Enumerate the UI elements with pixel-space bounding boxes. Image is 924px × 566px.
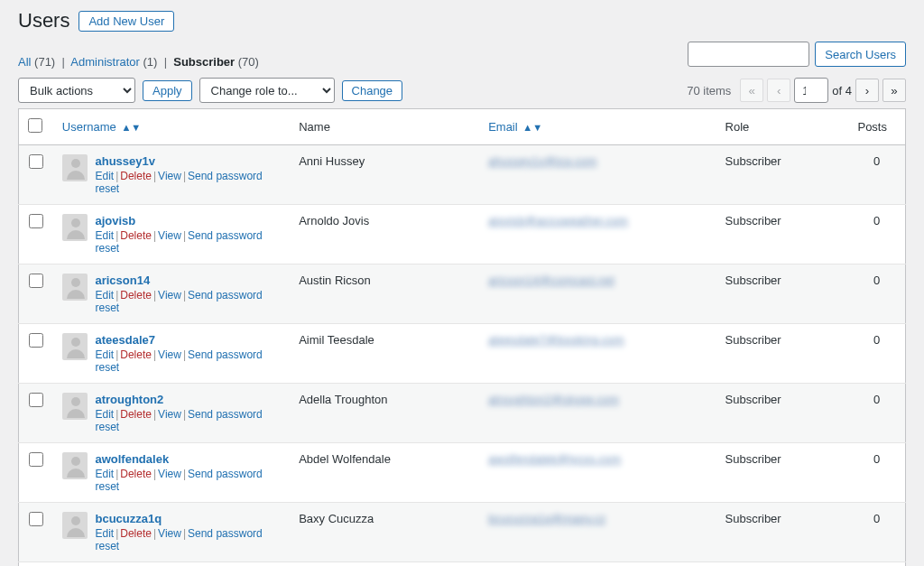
users-table: Username ▲▼ Name Email ▲▼ Role Posts ahu… [18, 108, 906, 566]
name-cell: Aimil Teesdale [290, 324, 479, 384]
email-link[interactable]: bcucuzza1q@mapy.cz [488, 512, 605, 525]
view-link[interactable]: View [158, 170, 181, 182]
delete-link[interactable]: Delete [120, 468, 152, 480]
add-new-user-button[interactable]: Add New User [79, 11, 174, 32]
username-link[interactable]: atroughton2 [95, 393, 281, 406]
row-checkbox[interactable] [29, 214, 43, 228]
last-page-button[interactable]: » [882, 79, 906, 102]
row-actions: Edit|Delete|View|Send password reset [95, 468, 281, 493]
role-cell: Subscriber [716, 324, 849, 384]
role-cell: Subscriber [716, 205, 849, 264]
row-actions: Edit|Delete|View|Send password reset [95, 229, 281, 255]
name-cell: Baxy Cucuzza [290, 503, 479, 562]
role-cell: Subscriber [716, 145, 849, 205]
view-link[interactable]: View [158, 229, 181, 242]
page-title: Users [18, 9, 69, 32]
apply-button[interactable]: Apply [143, 80, 192, 101]
row-checkbox[interactable] [29, 452, 43, 467]
edit-link[interactable]: Edit [95, 229, 114, 242]
row-checkbox[interactable] [29, 274, 43, 288]
edit-link[interactable]: Edit [95, 170, 114, 182]
filter-all-count: (71) [34, 55, 55, 69]
filter-all[interactable]: All [18, 55, 31, 69]
username-link[interactable]: bcucuzza1q [95, 512, 281, 525]
email-link[interactable]: atroughton2@skype.com [488, 393, 619, 406]
view-link[interactable]: View [158, 408, 181, 421]
filter-subscriber-label: Subscriber [173, 55, 235, 69]
avatar [62, 274, 88, 301]
posts-cell: 0 [848, 145, 905, 205]
delete-link[interactable]: Delete [120, 348, 152, 361]
row-checkbox[interactable] [29, 333, 43, 348]
posts-cell: 0 [848, 443, 905, 503]
name-cell: Adella Troughton [290, 384, 479, 443]
search-users-button[interactable]: Search Users [815, 42, 906, 67]
username-link[interactable]: awolfendalek [95, 452, 281, 466]
username-link[interactable]: ateesdale7 [95, 333, 281, 347]
table-row: ahussey1vEdit|Delete|View|Send password … [19, 145, 906, 205]
avatar [62, 214, 88, 241]
email-link[interactable]: ahussey1v@icq.com [488, 154, 596, 168]
row-actions: Edit|Delete|View|Send password reset [95, 170, 281, 195]
filter-admin-label: Administrator [70, 55, 140, 69]
email-link[interactable]: aricson14@comcast.net [488, 274, 614, 287]
col-username[interactable]: Username ▲▼ [62, 120, 141, 134]
bulk-actions-select[interactable]: Bulk actions [18, 78, 135, 103]
sort-icon: ▲▼ [522, 122, 542, 133]
edit-link[interactable]: Edit [95, 408, 114, 421]
name-cell: Arnoldo Jovis [290, 205, 479, 264]
view-link[interactable]: View [158, 348, 181, 361]
next-page-button[interactable]: › [855, 79, 879, 102]
edit-link[interactable]: Edit [95, 468, 114, 480]
name-cell: Anni Hussey [290, 145, 479, 205]
row-actions: Edit|Delete|View|Send password reset [95, 289, 281, 314]
row-checkbox[interactable] [29, 393, 43, 407]
edit-link[interactable]: Edit [95, 289, 114, 302]
change-role-button[interactable]: Change [342, 80, 403, 101]
col-email-label: Email [488, 120, 518, 134]
name-cell: Brock Fewless [290, 562, 479, 567]
change-role-select[interactable]: Change role to... [199, 78, 335, 103]
edit-link[interactable]: Edit [95, 348, 114, 361]
filter-administrator[interactable]: Administrator [70, 55, 140, 69]
email-link[interactable]: awolfendalek@lycos.com [488, 452, 621, 466]
avatar [62, 333, 88, 360]
role-cell: Subscriber [716, 443, 849, 503]
search-input[interactable] [688, 42, 809, 67]
avatar [62, 452, 88, 479]
delete-link[interactable]: Delete [120, 289, 152, 302]
col-email[interactable]: Email ▲▼ [488, 120, 542, 134]
col-role: Role [716, 109, 849, 145]
view-link[interactable]: View [158, 527, 181, 540]
delete-link[interactable]: Delete [120, 170, 152, 182]
role-cell: Subscriber [716, 562, 849, 567]
select-all-checkbox[interactable] [28, 118, 42, 133]
delete-link[interactable]: Delete [120, 229, 152, 242]
username-link[interactable]: aricson14 [95, 274, 281, 287]
items-count: 70 items [687, 84, 731, 97]
email-link[interactable]: ateesdale7@booking.com [488, 333, 624, 347]
email-link[interactable]: ajovisb@accuweather.com [488, 214, 628, 227]
total-pages: of 4 [832, 84, 852, 97]
filter-subscriber[interactable]: Subscriber [173, 55, 235, 69]
table-row: atroughton2Edit|Delete|View|Send passwor… [19, 384, 906, 443]
table-row: aricson14Edit|Delete|View|Send password … [19, 264, 906, 324]
view-link[interactable]: View [158, 468, 181, 480]
delete-link[interactable]: Delete [120, 408, 152, 421]
current-page-input[interactable] [794, 78, 828, 103]
row-checkbox[interactable] [29, 512, 43, 526]
view-link[interactable]: View [158, 289, 181, 302]
prev-page-button: ‹ [767, 79, 790, 102]
col-name: Name [290, 109, 479, 145]
username-link[interactable]: ahussey1v [95, 154, 281, 168]
table-row: ateesdale7Edit|Delete|View|Send password… [19, 324, 906, 384]
posts-cell: 0 [848, 384, 905, 443]
row-actions: Edit|Delete|View|Send password reset [95, 348, 281, 374]
row-checkbox[interactable] [29, 154, 43, 169]
delete-link[interactable]: Delete [120, 527, 152, 540]
filter-admin-count: (1) [143, 55, 158, 69]
posts-cell: 0 [848, 205, 905, 264]
sort-icon: ▲▼ [121, 122, 141, 133]
edit-link[interactable]: Edit [95, 527, 114, 540]
username-link[interactable]: ajovisb [95, 214, 281, 227]
